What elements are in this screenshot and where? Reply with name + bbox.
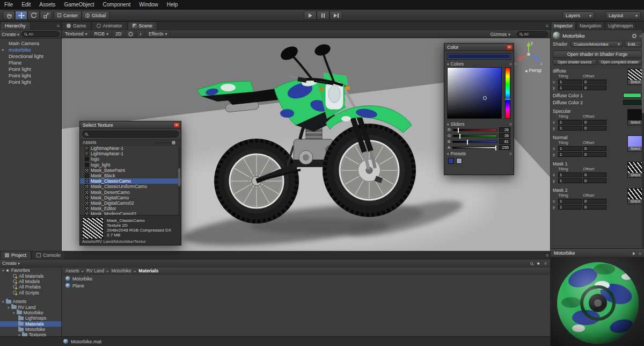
shading-mode-dropdown[interactable]: Textured (62, 30, 91, 38)
mask2-texture-slot[interactable]: Select (627, 188, 643, 204)
green-value-field[interactable]: 35 (499, 133, 510, 138)
pivot-global-button[interactable]: Global (82, 11, 109, 20)
mask1-texture-slot[interactable]: Select (627, 162, 643, 178)
texture-item[interactable]: Mask_DigitalCamo02 (80, 200, 181, 206)
tree-item-textures[interactable]: Textures (0, 332, 61, 336)
offset-x-field[interactable]: 0 (583, 172, 606, 177)
axis-x-label[interactable]: x (514, 61, 516, 66)
offset-x-field[interactable]: 0 (583, 120, 606, 125)
tree-item-motorbike-folder[interactable]: Motorbike (0, 327, 61, 332)
tiling-x-field[interactable]: 1 (558, 199, 582, 204)
texture-item[interactable]: LightmapNear-1 (80, 146, 181, 151)
hierarchy-create-button[interactable]: Create (2, 32, 19, 37)
scale-tool-button[interactable] (40, 11, 52, 20)
menu-item-window[interactable]: Window (135, 0, 163, 10)
blue-slider[interactable] (452, 141, 497, 143)
specular-texture-slot[interactable]: Select (627, 109, 643, 125)
breadcrumb-item-current[interactable]: Materials (138, 268, 158, 273)
search-icon[interactable] (530, 262, 533, 265)
close-icon[interactable] (506, 45, 513, 50)
menu-item-help[interactable]: Help (163, 0, 182, 10)
menu-item-file[interactable]: File (0, 0, 17, 10)
scene-search-input[interactable]: All (517, 31, 548, 37)
preview-play-icon[interactable] (633, 252, 635, 255)
texture-select-button[interactable]: Select (628, 173, 643, 177)
scene-orientation-gizmo[interactable]: y x z (513, 39, 545, 68)
scene-lighting-toggle[interactable] (126, 30, 136, 38)
offset-x-field[interactable]: 0 (583, 80, 606, 84)
tree-item-favorite[interactable]: All Prefabs (0, 284, 61, 290)
tiling-y-field[interactable]: 1 (558, 178, 582, 183)
tree-item-motorbike[interactable]: Motorbike (0, 310, 61, 315)
open-compiled-shader-button[interactable]: Open compiled shader (598, 59, 642, 65)
inspector-scrollbar[interactable] (642, 31, 644, 248)
tab-project[interactable]: Project (0, 251, 31, 259)
favorites-filter-icon[interactable] (537, 261, 540, 266)
section-menu-icon[interactable] (509, 151, 512, 156)
texture-select-button[interactable]: Select (628, 147, 643, 151)
move-tool-button[interactable] (15, 11, 27, 20)
tree-item-materials-selected[interactable]: Materials (0, 321, 61, 327)
tab-animator[interactable]: Animator (92, 21, 127, 30)
tiling-x-field[interactable]: 1 (558, 120, 582, 125)
hierarchy-search-input[interactable]: All (21, 31, 60, 37)
expand-arrow-icon[interactable] (2, 299, 4, 304)
tab-game[interactable]: Game (62, 21, 91, 30)
preview-header[interactable]: Motorbike (551, 249, 644, 257)
expand-arrow-icon[interactable] (8, 305, 10, 310)
shader-edit-button[interactable]: Edit... (625, 41, 642, 47)
breadcrumb-item[interactable]: Assets (65, 268, 79, 273)
axis-z-label[interactable]: z (540, 61, 543, 66)
tab-scene[interactable]: Scene (128, 21, 158, 30)
gizmos-dropdown[interactable]: Gizmos (487, 30, 514, 38)
tiling-x-field[interactable]: 1 (558, 146, 582, 151)
pivot-center-button[interactable]: Center (54, 11, 82, 20)
alpha-slider[interactable] (452, 147, 497, 149)
panel-menu-icon[interactable] (544, 261, 547, 266)
menu-item-edit[interactable]: Edit (17, 0, 35, 10)
hue-strip[interactable] (505, 67, 510, 119)
tiling-y-field[interactable]: 1 (558, 152, 582, 157)
offset-y-field[interactable]: 0 (583, 126, 606, 131)
presets-section-header[interactable]: Presets (444, 150, 514, 156)
current-color-bar[interactable] (447, 53, 511, 60)
blue-value-field[interactable]: 81 (499, 139, 510, 144)
close-icon[interactable] (173, 122, 180, 128)
pause-button[interactable] (317, 11, 330, 20)
green-slider[interactable] (453, 135, 497, 137)
texture-item-selected[interactable]: Mask_ClassicCamo (80, 178, 181, 184)
hierarchy-item[interactable]: Point light (0, 66, 61, 73)
offset-y-field[interactable]: 0 (583, 178, 606, 183)
tree-item-favorite[interactable]: All Materials (0, 273, 61, 278)
tab-hierarchy[interactable]: Hierarchy (0, 21, 31, 30)
tree-item-favorites[interactable]: Favorites (0, 268, 61, 273)
expand-arrow-icon[interactable] (2, 47, 4, 53)
layers-dropdown[interactable]: Layers (562, 11, 595, 19)
hue-marker[interactable] (504, 98, 511, 100)
menu-item-assets[interactable]: Assets (35, 0, 60, 10)
tab-lightmapping[interactable]: Lightmappin (605, 21, 636, 30)
normal-texture-slot[interactable]: Select (627, 135, 643, 152)
breadcrumb-item[interactable]: Motorbike (111, 268, 131, 273)
section-menu-icon[interactable] (509, 61, 512, 67)
scene-audio-toggle[interactable]: ♪ (136, 30, 146, 38)
color-swatch[interactable] (623, 100, 641, 105)
diffuse-texture-slot[interactable]: Select (627, 69, 643, 85)
offset-x-field[interactable]: 0 (583, 146, 606, 151)
offset-y-field[interactable]: 0 (583, 85, 606, 90)
hierarchy-item[interactable]: Point light (0, 73, 61, 79)
offset-y-field[interactable]: 0 (583, 152, 606, 157)
dialog-titlebar[interactable]: Color (444, 44, 514, 51)
expand-arrow-icon[interactable] (13, 310, 15, 315)
tiling-x-field[interactable]: 1 (558, 80, 582, 84)
hierarchy-item[interactable]: Directional light (0, 53, 61, 60)
saturation-value-field[interactable] (447, 67, 502, 119)
dialog-titlebar[interactable]: Select Texture (80, 121, 181, 129)
asset-item-motorbike[interactable]: Motorbike (62, 276, 550, 282)
toggle-2d-button[interactable]: 2D (112, 30, 126, 38)
tiling-y-field[interactable]: 1 (558, 126, 582, 131)
hierarchy-item[interactable]: Main Camera (0, 40, 61, 47)
hierarchy-item-motorbike[interactable]: motorbike (0, 47, 61, 53)
offset-y-field[interactable]: 0 (583, 205, 606, 210)
tab-inspector[interactable]: Inspector (551, 21, 576, 30)
